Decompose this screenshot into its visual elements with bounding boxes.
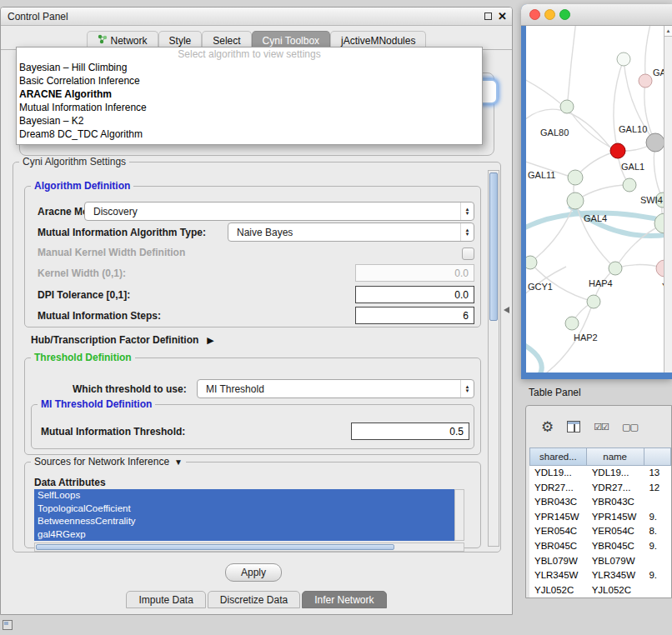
- network-node[interactable]: [609, 262, 622, 275]
- mi-threshold-definition-title: MI Threshold Definition: [38, 398, 155, 410]
- hub-section-toggle[interactable]: Hub/Transcription Factor Definition ▶: [31, 334, 214, 346]
- control-panel-titlebar: Control Panel ✕: [1, 8, 512, 26]
- table-row[interactable]: YER054CYER054C8.: [529, 524, 671, 539]
- restore-panel-icon[interactable]: [3, 620, 13, 630]
- mi-algorithm-type-select[interactable]: Naive Bayes: [228, 222, 474, 242]
- network-node[interactable]: [610, 143, 625, 158]
- aracne-mode-value: Discovery: [85, 206, 460, 218]
- table-row[interactable]: YDR27...YDR27...12: [529, 481, 671, 496]
- threshold-definition-title: Threshold Definition: [31, 352, 135, 363]
- network-node-label: GAL4: [584, 213, 607, 223]
- attributes-horizontal-scrollbar[interactable]: [34, 542, 464, 552]
- cyni-algorithm-settings-title: Cyni Algorithm Settings: [19, 156, 129, 168]
- float-window-icon[interactable]: [484, 12, 492, 20]
- tab-impute-data[interactable]: Impute Data: [126, 591, 205, 608]
- network-node[interactable]: [567, 192, 584, 209]
- network-node[interactable]: [565, 317, 579, 330]
- tab-label: Cyni Toolbox: [263, 35, 319, 47]
- network-node[interactable]: [623, 178, 636, 192]
- sources-section-toggle[interactable]: Sources for Network Inference ▼: [31, 456, 186, 468]
- table-row[interactable]: YJL052CYJL052C: [529, 583, 671, 598]
- network-node-label: HAP2: [574, 332, 598, 342]
- table-cell: YDR27...: [587, 481, 644, 496]
- table-cell: YER054C: [587, 524, 644, 539]
- network-edge-thick: [526, 341, 542, 372]
- table-row[interactable]: YLR345WYLR345W9.: [529, 568, 671, 583]
- scroll-up-icon[interactable]: ▲: [664, 26, 672, 37]
- kernel-width-field[interactable]: [355, 264, 474, 282]
- table-cell: YJL052C: [587, 583, 644, 598]
- attributes-vertical-scrollbar[interactable]: [454, 489, 464, 541]
- data-attributes-list: SelfLoopsTopologicalCoefficientBetweenne…: [34, 489, 454, 541]
- tab-infer-network[interactable]: Infer Network: [302, 591, 386, 608]
- deselect-all-columns-icon[interactable]: ▢▢: [622, 422, 638, 432]
- mi-algorithm-type-label: Mutual Information Algorithm Type:: [38, 227, 206, 238]
- algorithm-definition-title: Algorithm Definition: [31, 180, 133, 192]
- algorithm-option[interactable]: Basic Correlation Inference: [17, 74, 482, 88]
- network-node-label: GCY1: [528, 282, 553, 292]
- settings-scrollbar[interactable]: [488, 170, 499, 547]
- table-row[interactable]: YPR145WYPR145W9.: [529, 510, 671, 525]
- network-view-window: GALGAL80GAL10GAL11GAL1SWI4GAL4GCY1HAP4HA…: [521, 4, 672, 379]
- table-cell: YDL19...: [529, 466, 587, 481]
- table-cell: 9.: [644, 539, 671, 554]
- data-attribute-item[interactable]: BetweennessCentrality: [34, 515, 454, 528]
- algorithm-option[interactable]: Mutual Information Inference: [17, 101, 482, 114]
- table-row[interactable]: YBR045CYBR045C9.: [529, 539, 671, 554]
- table-cell: YLR345W: [529, 568, 587, 583]
- algorithm-option[interactable]: ARACNE Algorithm: [17, 88, 482, 101]
- algorithm-option[interactable]: Bayesian – Hill Climbing: [17, 61, 482, 74]
- network-node[interactable]: [646, 133, 664, 152]
- window-minimize-light[interactable]: [544, 9, 555, 20]
- close-icon[interactable]: ✕: [498, 10, 507, 22]
- network-node[interactable]: [639, 74, 652, 88]
- select-all-columns-icon[interactable]: ☑☑: [594, 422, 609, 432]
- network-graph: GALGAL80GAL10GAL11GAL1SWI4GAL4GCY1HAP4HA…: [526, 26, 668, 372]
- panel-collapse-arrow-icon[interactable]: [504, 307, 509, 313]
- table-column-header[interactable]: [644, 448, 671, 466]
- data-attribute-item[interactable]: SelfLoops: [34, 489, 454, 502]
- network-node[interactable]: [568, 170, 583, 185]
- which-threshold-select[interactable]: MI Threshold: [197, 379, 474, 398]
- network-node[interactable]: [526, 256, 537, 269]
- network-node[interactable]: [617, 52, 630, 66]
- table-column-header[interactable]: shared...: [529, 448, 587, 466]
- data-attributes-label: Data Attributes: [34, 477, 106, 488]
- settings-scrollbar-thumb[interactable]: [489, 172, 498, 321]
- network-icon: [98, 34, 108, 47]
- gear-icon[interactable]: ⚙: [541, 418, 554, 436]
- control-panel-title: Control Panel: [8, 11, 68, 22]
- aracne-mode-select[interactable]: Discovery: [84, 202, 474, 221]
- network-vertical-scrollbar[interactable]: ▲: [664, 26, 672, 372]
- dpi-tolerance-field[interactable]: [355, 286, 474, 303]
- table-cell: YDR27...: [529, 481, 587, 496]
- algorithm-option[interactable]: Dream8 DC_TDC Algorithm: [17, 128, 482, 141]
- mi-steps-field[interactable]: [355, 307, 474, 324]
- table-cell: YBR045C: [529, 539, 587, 554]
- manual-kernel-width-checkbox[interactable]: [462, 248, 474, 260]
- table-row[interactable]: YBL079WYBL079W: [529, 554, 671, 569]
- table-cell: 12: [644, 481, 671, 496]
- columns-icon[interactable]: [567, 421, 580, 432]
- algorithm-dropdown-popup: Select algorithm to view settings Bayesi…: [16, 47, 483, 145]
- window-close-light[interactable]: [529, 9, 540, 20]
- data-attribute-item[interactable]: TopologicalCoefficient: [34, 502, 454, 516]
- mi-algorithm-type-value: Naive Bayes: [228, 227, 460, 238]
- window-zoom-light[interactable]: [559, 9, 570, 20]
- data-attribute-item[interactable]: gal4RGexp: [34, 528, 454, 542]
- table-cell: 13: [644, 466, 671, 481]
- combo-arrows-icon: [460, 380, 474, 398]
- table-row[interactable]: YBR043CYBR043C: [529, 495, 671, 510]
- attributes-horizontal-scrollbar-thumb[interactable]: [36, 544, 394, 550]
- network-canvas[interactable]: GALGAL80GAL10GAL11GAL1SWI4GAL4GCY1HAP4HA…: [526, 26, 672, 372]
- network-node[interactable]: [560, 100, 574, 113]
- tab-discretize-data[interactable]: Discretize Data: [208, 591, 300, 608]
- mi-threshold-field[interactable]: [351, 422, 469, 440]
- table-row[interactable]: YDL19...YDL19...13: [529, 466, 671, 481]
- apply-button[interactable]: Apply: [225, 563, 282, 582]
- network-window-titlebar: [521, 4, 672, 26]
- algorithm-option[interactable]: Bayesian – K2: [17, 114, 482, 128]
- table-column-header[interactable]: name: [587, 448, 644, 466]
- network-node[interactable]: [587, 295, 600, 308]
- mi-steps-label: Mutual Information Steps:: [38, 310, 161, 322]
